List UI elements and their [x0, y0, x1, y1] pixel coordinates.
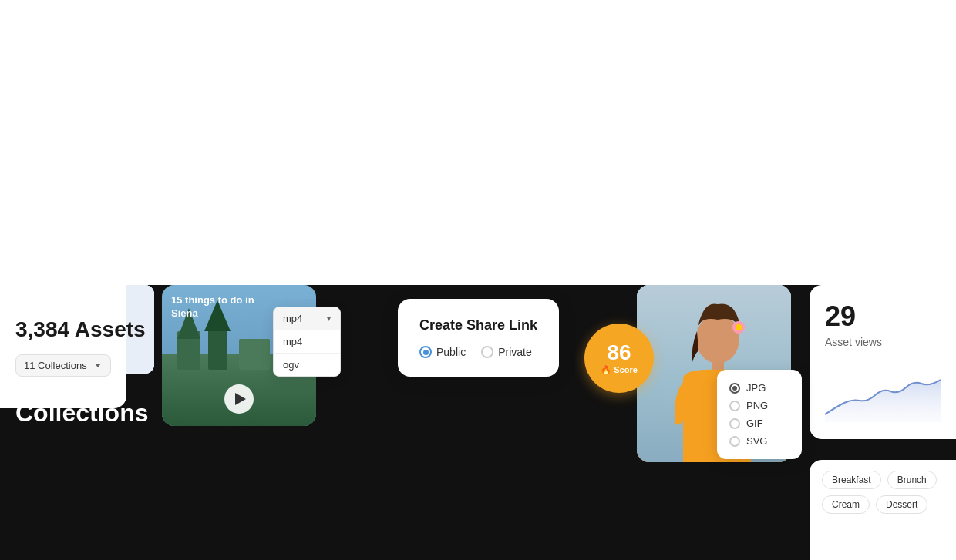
assets-count: 3,384 Assets: [15, 317, 111, 342]
collections-count-label: 11 Collections: [24, 360, 87, 371]
share-public-option[interactable]: Public: [419, 346, 466, 358]
format-type-label: mp4: [283, 313, 302, 324]
bottom-area: 3,384 Assets 11 Collections Collections: [0, 285, 956, 560]
format-png-option[interactable]: PNG: [729, 397, 789, 414]
format-png-radio[interactable]: [729, 401, 740, 411]
tag-cream[interactable]: Cream: [822, 495, 870, 514]
score-fire-icon: 🔥: [601, 365, 611, 375]
format-svg-radio[interactable]: [729, 436, 740, 447]
chevron-down-icon: [95, 364, 101, 367]
tags-card: Breakfast Brunch Cream Dessert: [810, 460, 956, 560]
format-svg-label: SVG: [746, 435, 767, 447]
analytics-chart: [825, 360, 941, 422]
share-options: Public Private: [419, 346, 537, 358]
svg-point-20: [736, 324, 742, 330]
tags-row-1: Breakfast Brunch: [822, 471, 944, 489]
format-png-label: PNG: [746, 400, 768, 411]
left-panel: 3,384 Assets 11 Collections: [0, 285, 126, 408]
format-jpg-option[interactable]: JPG: [729, 379, 789, 397]
format-option-mp4[interactable]: mp4: [274, 330, 340, 353]
format-jpg-label: JPG: [746, 382, 766, 394]
analytics-card: 29 Asset views: [810, 285, 956, 439]
collections-dropdown[interactable]: 11 Collections: [15, 354, 111, 377]
score-label: Score: [614, 365, 638, 374]
tags-row-2: Cream Dessert: [822, 495, 944, 514]
analytics-number: 29: [825, 300, 941, 333]
format-gif-label: GIF: [746, 417, 763, 429]
analytics-label: Asset views: [825, 336, 941, 348]
svg-point-18: [696, 314, 739, 364]
share-link-title: Create Share Link: [419, 317, 537, 334]
share-private-label: Private: [498, 346, 532, 358]
play-icon: [235, 393, 246, 405]
image-format-dropdown: JPG PNG GIF SVG: [717, 370, 802, 459]
share-public-radio[interactable]: [419, 346, 432, 358]
share-link-card: Create Share Link Public Private: [398, 299, 559, 377]
share-public-label: Public: [436, 346, 466, 358]
share-private-radio[interactable]: [481, 346, 493, 358]
format-gif-option[interactable]: GIF: [729, 414, 789, 432]
format-gif-radio[interactable]: [729, 418, 740, 429]
format-svg-option[interactable]: SVG: [729, 432, 789, 450]
top-area: [0, 0, 956, 285]
format-jpg-radio[interactable]: [729, 383, 740, 394]
format-option-ogv[interactable]: ogv: [274, 353, 340, 376]
score-badge: 86 🔥 Score: [584, 324, 654, 393]
score-icon-row: 🔥 Score: [601, 365, 638, 375]
format-type-header[interactable]: mp4 ▾: [274, 307, 340, 330]
play-button[interactable]: [224, 384, 254, 414]
tag-brunch[interactable]: Brunch: [887, 471, 937, 489]
video-title: 15 things to do in Siena: [171, 294, 271, 320]
chevron-dropdown-icon: ▾: [327, 314, 331, 323]
tag-dessert[interactable]: Dessert: [876, 495, 927, 514]
analytics-chart-svg: [825, 360, 941, 422]
format-type-selector[interactable]: mp4 ▾ mp4 ogv: [273, 307, 341, 377]
svg-rect-13: [239, 339, 270, 370]
share-private-option[interactable]: Private: [481, 346, 532, 358]
score-number: 86: [607, 342, 631, 364]
bottom-content: 3,384 Assets 11 Collections Collections: [0, 285, 956, 560]
tag-breakfast[interactable]: Breakfast: [822, 471, 881, 489]
